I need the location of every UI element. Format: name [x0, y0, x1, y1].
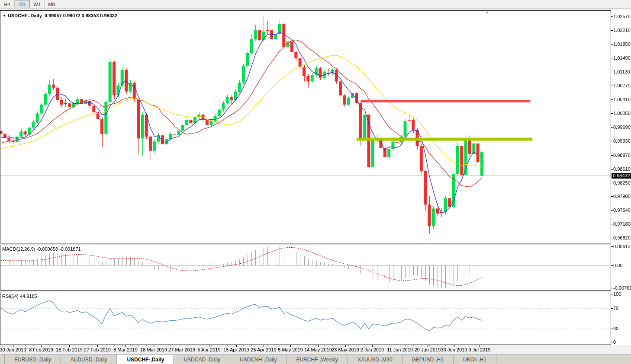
collapse-arrow-icon[interactable]: ▼ [3, 14, 6, 18]
chart-tab-eurusd-daily[interactable]: EURUSD-,Daily [5, 355, 61, 364]
date-axis-label: 11 Jun 2019 [387, 347, 413, 352]
rsi-axis-label: 0 [613, 339, 616, 345]
chart-title-symbol: USDCHF-,Daily [8, 13, 42, 18]
date-axis-label: 5 Apr 2019 [197, 347, 220, 352]
rsi-label: RSI(14) 44.9185 [2, 294, 37, 299]
macd-name: MACD(12,26,9) [2, 246, 35, 252]
date-axis-label: 8 Feb 2019 [29, 347, 53, 352]
tab-bar-lead [0, 355, 5, 364]
date-axis-label: 30 Jan 2019 [0, 347, 26, 352]
rsi-name: RSI(14) [2, 294, 19, 299]
date-axis-label: 27 Feb 2019 [84, 347, 111, 352]
current-price-tag: 0.98432 [612, 173, 631, 179]
rsi-value: 44.9185 [20, 294, 37, 299]
chart-tab-bar: EURUSD-,DailyAUDUSD-,DailyUSDCHF-,DailyU… [0, 354, 631, 364]
date-axis-label: 15 Apr 2019 [223, 347, 249, 352]
price-axis-label: 0.98610 [613, 166, 631, 172]
date-axis-label: 5 May 2019 [278, 347, 303, 352]
date-axis-label: 14 May 2019 [304, 347, 332, 352]
rsi-axis-label: 70 [613, 306, 618, 311]
price-axis-label: 1.02210 [613, 28, 631, 33]
price-axis-label: 0.98970 [613, 153, 631, 158]
chart-title: ▼USDCHF-,Daily 0.99057 0.99072 0.98353 0… [3, 13, 117, 18]
price-axis-label: 0.99330 [613, 138, 631, 144]
price-axis-label: 0.99690 [613, 125, 631, 130]
date-axis-label: 9 Jul 2019 [469, 347, 491, 352]
chart-tab-ukoil-h1[interactable]: UKOil-,H1 [454, 355, 496, 364]
rsi-axis-label: 100 [613, 291, 621, 297]
date-axis-label: 23 May 2019 [332, 347, 359, 352]
date-axis-label: 18 Feb 2019 [56, 347, 83, 352]
macd-axis-label: 0.00613 [613, 244, 631, 249]
chart-canvas[interactable] [0, 0, 631, 364]
price-axis-label: 1.00410 [613, 97, 631, 102]
chart-tab-usdcad-daily[interactable]: USDCAD-,Daily [174, 355, 230, 364]
mt4-window: H4D1W1MN ▼USDCHF-,Daily 0.99057 0.99072 … [0, 0, 631, 364]
price-axis-label: 0.98250 [613, 180, 631, 185]
date-axis-label: 30 Jun 2019 [441, 347, 467, 352]
macd-axis-label: -0.007612 [613, 285, 631, 291]
price-axis-label: 0.96820 [613, 235, 631, 240]
price-axis-label: 1.01850 [613, 42, 631, 47]
chart-tab-gbpusd-h1[interactable]: GBPUSD-,H1 [402, 355, 454, 364]
date-axis-label: 25 Apr 2019 [251, 347, 276, 352]
date-axis-label: 18 Mar 2019 [140, 347, 167, 352]
date-axis-label: 8 Mar 2019 [113, 347, 138, 352]
price-axis-label: 1.00050 [613, 111, 631, 116]
date-axis-label: 27 Mar 2019 [168, 347, 195, 352]
rsi-axis-label: 30 [613, 326, 618, 331]
macd-label: MACD(12,26,9) -0.000658 -0.001871 [2, 246, 81, 252]
price-axis-label: 1.01130 [613, 69, 630, 74]
chart-tab-usdcnh-daily[interactable]: USDCNH-,Daily [230, 355, 287, 364]
macd-values: -0.000658 -0.001871 [36, 246, 80, 252]
date-axis-label: 2 Jun 2019 [361, 347, 384, 352]
price-axis-label: 1.00770 [613, 83, 631, 88]
price-axis-label: 1.02570 [613, 14, 631, 19]
price-axis-label: 0.97540 [613, 208, 631, 213]
chart-tab-usdchf-daily[interactable]: USDCHF-,Daily [117, 355, 174, 364]
macd-axis-label: 0.00 [613, 263, 622, 268]
price-axis-label: 0.97900 [613, 194, 631, 199]
date-axis-label: 20 Jun 2019 [415, 347, 441, 352]
chart-tab-audusd-daily[interactable]: AUDUSD-,Daily [61, 355, 117, 364]
chart-tab-xauusd-m30[interactable]: XAUUSD-,M30 [348, 355, 402, 364]
chart-tab-eurchf-weekly[interactable]: EURCHF-,Weekly [287, 355, 348, 364]
chart-title-ohlc: 0.99057 0.99072 0.98353 0.98432 [45, 13, 117, 18]
price-axis-label: 1.01490 [613, 55, 631, 61]
price-axis-label: 0.97180 [613, 221, 631, 227]
chart-shift-marker-icon[interactable]: ▼ [485, 11, 489, 15]
